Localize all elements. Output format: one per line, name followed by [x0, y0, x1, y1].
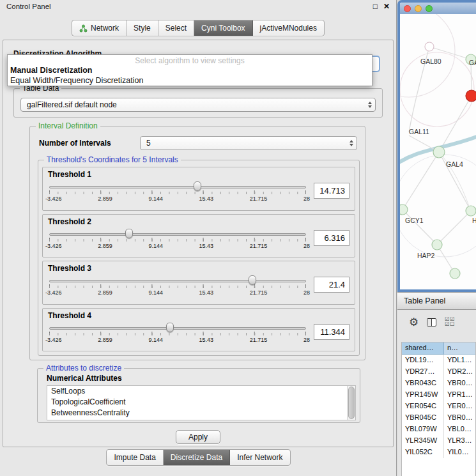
node-label-gcy1: GCY1 — [405, 217, 424, 224]
network-canvas[interactable]: GAL80 GA GAL11 GAL4 GCY1 H HAP2 — [400, 14, 476, 289]
scale-label: 9.144 — [148, 243, 163, 249]
node-table[interactable]: shared… n… YDL19… YDL1… YDR27… YDR2… YBR… — [401, 342, 476, 476]
column-header-shared-name[interactable]: shared… — [402, 342, 444, 355]
columns-icon[interactable] — [427, 318, 436, 326]
tab-jactivemnodules[interactable]: jActiveMNodules — [253, 20, 324, 36]
number-of-intervals-label: Number of Intervals — [39, 139, 140, 148]
thresholds-group-title: Threshold's Coordinates for 5 Intervals — [44, 155, 181, 164]
network-node[interactable] — [425, 42, 434, 51]
node-label-hap2: HAP2 — [417, 252, 435, 259]
tab-jactivemnodules-label: jActiveMNodules — [260, 24, 317, 33]
threshold-3-panel: Threshold 3 -3.426 2.859 — [42, 261, 355, 305]
numerical-attributes-list[interactable]: SelfLoops TopologicalCoefficient Between… — [47, 385, 356, 420]
threshold-2-slider[interactable]: -3.426 2.859 9.144 15.43 21.715 28 — [49, 227, 306, 251]
network-node[interactable] — [400, 204, 408, 215]
table-row[interactable]: YBR043C YBR0… — [402, 378, 475, 389]
threshold-3-slider-row: -3.426 2.859 9.144 15.43 21.715 28 21.4 — [43, 273, 355, 298]
network-window-titlebar — [400, 3, 476, 14]
list-item-topologicalcoefficient[interactable]: TopologicalCoefficient — [47, 397, 355, 408]
selected-network-node[interactable] — [466, 90, 476, 102]
scale-label: 28 — [303, 289, 310, 296]
slider-track — [49, 233, 306, 236]
scale-label: 2.859 — [98, 289, 112, 296]
dropdown-option-manual-discretization[interactable]: Manual Discretization — [8, 65, 372, 75]
table-row[interactable]: YPR145W YPR1… — [402, 389, 475, 401]
table-cell: YDL1… — [444, 355, 475, 366]
table-cell: YPR1… — [444, 389, 475, 401]
tab-select[interactable]: Select — [158, 20, 194, 36]
tab-impute-data[interactable]: Impute Data — [107, 450, 163, 465]
number-of-intervals-combobox[interactable]: 5 — [140, 136, 357, 150]
node-label-clipped-right-mid: H — [472, 217, 476, 224]
table-row[interactable]: YDR27… YDR2… — [402, 366, 475, 378]
network-node[interactable] — [466, 206, 476, 216]
apply-button[interactable]: Apply — [176, 430, 220, 444]
float-panel-icon[interactable]: □ — [373, 2, 378, 11]
window-close-icon[interactable] — [404, 5, 411, 12]
network-node[interactable] — [450, 268, 460, 279]
threshold-1-slider-thumb[interactable] — [194, 181, 201, 191]
threshold-1-slider[interactable]: -3.426 2.859 9.144 15.43 21.715 28 — [49, 180, 306, 204]
scale-label: -3.426 — [45, 337, 62, 343]
node-label-gal4: GAL4 — [446, 160, 463, 168]
table-row[interactable]: YBR045C YBR0… — [402, 412, 475, 424]
close-panel-icon[interactable]: ✕ — [383, 2, 390, 11]
table-row[interactable]: YLR345W YLR3… — [402, 435, 475, 447]
table-cell: YBR045C — [402, 412, 444, 424]
slider-scale-labels: -3.426 2.859 9.144 15.43 21.715 28 — [45, 289, 310, 296]
threshold-2-panel: Threshold 2 -3.426 2.859 — [42, 214, 355, 258]
slider-track — [49, 186, 306, 188]
threshold-4-slider-thumb[interactable] — [166, 323, 174, 332]
tab-network[interactable]: Network — [72, 20, 127, 36]
table-cell: YBR0… — [444, 378, 475, 389]
cyni-toolbox-panel: Discretization Algorithm Select algorith… — [3, 40, 394, 447]
table-cell: YDL19… — [402, 355, 444, 366]
threshold-2-slider-thumb[interactable] — [125, 229, 133, 238]
list-item-betweennesscentrality[interactable]: BetweennessCentrality — [47, 408, 355, 418]
threshold-4-value-field[interactable]: 11.344 — [314, 324, 349, 340]
column-header-name[interactable]: n… — [444, 342, 475, 355]
table-row[interactable]: YBL079W YBL0… — [402, 424, 475, 435]
table-data-combobox[interactable]: galFiltered.sif default node — [20, 98, 376, 112]
scale-label: 2.859 — [98, 243, 112, 249]
list-item-selfloops[interactable]: SelfLoops — [47, 386, 355, 397]
network-view-window[interactable]: GAL80 GA GAL11 GAL4 GCY1 H HAP2 — [397, 0, 476, 292]
table-cell: YBL079W — [402, 424, 444, 435]
control-panel: Control Panel □ ✕ Network Sty — [0, 0, 397, 476]
tab-style[interactable]: Style — [127, 20, 158, 36]
list-scrollbar[interactable] — [347, 386, 355, 420]
slider-track — [49, 280, 306, 282]
list-scrollbar-thumb[interactable] — [348, 387, 355, 419]
threshold-4-slider[interactable]: -3.426 2.859 9.144 15.43 21.715 28 — [49, 321, 306, 345]
table-panel-toolbar: ⚙ ☑ ☑ ☑ ☐ — [397, 310, 476, 334]
node-label-gal80: GAL80 — [420, 58, 441, 65]
tab-cyni-toolbox[interactable]: Cyni Toolbox — [194, 20, 252, 36]
table-data-group: Table Data galFiltered.sif default node — [13, 88, 383, 118]
window-zoom-icon[interactable] — [426, 5, 433, 12]
scale-label: 15.43 — [199, 337, 214, 343]
threshold-3-value-field[interactable]: 21.4 — [314, 277, 349, 293]
threshold-2-value-field[interactable]: 6.316 — [314, 230, 349, 246]
dropdown-option-equal-width-frequency[interactable]: Equal Width/Frequency Discretization — [8, 75, 372, 86]
network-node[interactable] — [433, 146, 445, 158]
scale-label: 15.43 — [199, 289, 214, 296]
table-data-combobox-value: galFiltered.sif default node — [27, 100, 117, 109]
tab-discretize-data[interactable]: Discretize Data — [164, 450, 230, 465]
window-minimize-icon[interactable] — [415, 5, 422, 12]
table-row[interactable]: YDL19… YDL1… — [402, 355, 475, 366]
threshold-4-panel: Threshold 4 -3.426 2.859 — [42, 308, 355, 352]
threshold-3-slider-thumb[interactable] — [249, 275, 256, 285]
threshold-3-slider[interactable]: -3.426 2.859 9.144 15.43 21.715 28 — [49, 273, 306, 298]
threshold-1-value-field[interactable]: 14.713 — [314, 183, 349, 199]
table-row[interactable]: YER054C YER0… — [402, 401, 475, 412]
gear-icon[interactable]: ⚙ — [409, 317, 418, 328]
number-of-intervals-row: Number of Intervals 5 — [39, 135, 357, 151]
network-node[interactable] — [432, 240, 442, 250]
table-row[interactable]: YIL052C YIL0… — [402, 447, 475, 458]
tab-infer-network-label: Infer Network — [237, 453, 282, 462]
attributes-to-discretize-group: Attributes to discretize Numerical Attri… — [37, 368, 360, 423]
node-label-gal11: GAL11 — [409, 128, 429, 135]
column-visibility-icon[interactable]: ☑ ☑ ☑ ☐ — [445, 317, 455, 327]
tab-infer-network[interactable]: Infer Network — [230, 450, 289, 465]
table-header-row: shared… n… — [402, 342, 475, 355]
